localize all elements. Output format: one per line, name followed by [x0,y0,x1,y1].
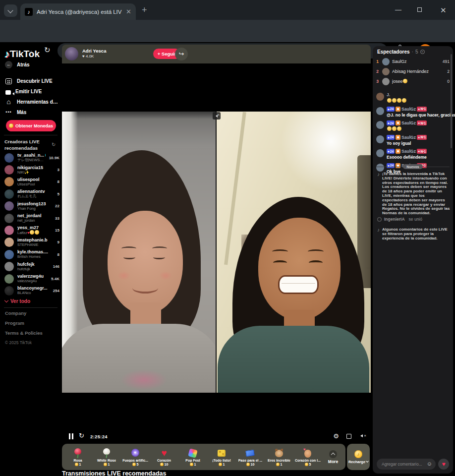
creator-list-item[interactable]: ulisespoolUlisesPool8 [0,176,62,188]
gift-item-white-rose[interactable]: White Rose1 [92,444,121,470]
emoji [30,230,34,235]
creator-subtitle: net_jordan [17,218,52,223]
reload-button[interactable]: ↻ [44,46,51,55]
creator-name: net_jordanl [17,213,52,218]
chat-username: SaulGz [401,120,416,125]
refresh-recommended-icon[interactable]: ↻ [52,142,56,147]
fingerheart-gift-icon [303,448,313,458]
gift-item-coraz-n[interactable]: Corazón10 [150,444,178,470]
leaderboard-rank: 1 [375,59,380,64]
creator-list-item[interactable]: yess_m27Laffzz♥15 [0,224,62,236]
creator-name-text: net_jordanl [17,213,42,218]
gift-item-pop-fest[interactable]: Pop Fest1 [178,444,207,470]
creator-info: blancoynegr...BLANco [17,286,50,296]
sidebar-item-emitir-live[interactable]: Emitir LIVE [0,86,62,97]
sidebar-item-m-s[interactable]: Más [0,107,62,118]
creator-list-item[interactable]: net_jordanlnet_jordan33 [0,212,62,224]
chat-avatar [376,107,384,115]
creator-viewer-count: 3 [57,168,59,172]
gift-item-rosa[interactable]: Rosa1 [63,444,92,470]
more-gifts-button[interactable]: More [322,444,344,470]
tab-close-icon[interactable]: ✕ [126,8,131,15]
leaderboard-row[interactable]: 3josee0 [375,76,451,86]
creator-list-item[interactable]: nikigarcia15NIKI✨3 [0,164,62,176]
creator-list-item[interactable]: kyle.thomas....British Homes8 [0,248,62,260]
creator-avatar [4,165,14,175]
creator-viewer-count: 9 [57,240,59,244]
pause-button[interactable] [69,433,74,439]
emoji [392,98,397,103]
chat-message: 24SaulGzNº1 [376,120,452,132]
gift-item-pase-para-el[interactable]: Pase para el ...10 [236,444,265,470]
gift-item-eres-incre-ble[interactable]: Eres increíble1 [265,444,293,470]
rose-gift-icon [73,448,83,458]
creator-name-text: hufcfejk [17,262,35,267]
viewer-score: 2 [447,69,451,74]
creator-avatar [4,226,14,235]
creator-list-item[interactable]: aliennationtvれムエモ几5 [0,188,62,200]
browser-toolbar: ← → ↻ tiktok.com/@adriyesca/live ☆ j ⋮ [0,20,455,42]
new-tab-button[interactable]: + [142,5,147,15]
coin-icon [9,123,13,128]
creator-info: hufcfejkhufcfujk [17,262,50,272]
creator-viewer-count: 254 [53,289,59,293]
footer-link-company[interactable]: Company [5,310,59,316]
creator-list-item[interactable]: hufcfejkhufcfujk146 [0,261,62,273]
comment-compose-row [377,459,449,470]
sidebar-item-herramientas-de-cr[interactable]: Herramientas de cr... [0,97,62,107]
incredible-gift-icon [274,448,284,458]
window-minimize-button[interactable]: — [395,6,401,13]
browser-tab[interactable]: Adri Yesca (@adriyesca) está LIV ✕ [20,3,136,20]
creator-list-item[interactable]: jesusfong123Yhan Fong22 [0,200,62,212]
recharge-button[interactable]: Recharge [347,444,370,470]
chat-text [387,98,406,104]
get-coins-button[interactable]: Obtener Monedas [6,120,56,131]
viewer-avatar [382,58,390,65]
refresh-stream-button[interactable]: ↻ [79,432,84,439]
creator-list-item[interactable]: valerzzwg4uvalezzwg4u5.4K [0,273,62,285]
gift-item-coraz-n-con-l[interactable]: Corazón con l...5 [293,444,322,470]
gift-item-todo-listo[interactable]: ¡Todo listo!1 [207,444,236,470]
window-maximize-button[interactable] [417,7,422,12]
settings-gear-icon[interactable]: ⚙ [333,432,339,440]
share-button[interactable] [175,48,188,60]
tiktok-logo[interactable]: ♪TikTok [4,48,40,60]
creator-avatar [4,286,14,296]
creator-list-item[interactable]: blancoynegr...BLANco254 [0,285,62,297]
footer-link-program[interactable]: Program [5,320,59,326]
creator-name-text: nikigarcia15 [17,165,43,170]
live-video[interactable] [62,112,371,393]
leaderboard-row[interactable]: 2Abisag Hernández2 [375,66,451,76]
emoji-picker-icon[interactable] [427,461,432,467]
volume-muted-icon[interactable] [359,433,367,439]
like-heart-button[interactable] [438,459,449,470]
creator-list-item[interactable]: imstephanie.bSTEPHANIE9 [0,237,62,248]
user-icon [377,217,382,222]
creator-name-text: yess_m27 [17,225,39,230]
creator-name-text: aliennationtv [17,189,45,194]
info-icon[interactable] [420,50,425,54]
sidebar-item-atr-s[interactable]: Atrás [0,60,62,70]
footer-link-terms-policies[interactable]: Terms & Policies [5,330,59,336]
chat-message-header: J. [387,92,406,98]
creator-subtitle: British Homes [17,254,54,259]
chat-message: 24SaulGzNº1@J. no le digas que hacer, gr… [376,106,452,118]
panel-scrollbar[interactable] [451,54,452,148]
creator-info: yess_m27Laffzz♥ [17,225,52,236]
creator-name-text: valerzzwg4u [17,274,44,279]
see-all-link[interactable]: Ver todo [5,298,30,304]
tab-search-button[interactable] [4,4,17,17]
window-close-button[interactable]: ✕ [440,6,447,15]
chat-message-header: 24SaulGzNº1 [387,106,452,112]
level-badge: 24 [387,120,395,125]
sidebar-item-descubrir-live[interactable]: Descubrir LIVE [0,76,62,86]
chat-text [387,126,427,132]
chat-message: 24SaulGzNº1Esoooo defiéndeme [376,148,452,160]
leaderboard-row[interactable]: 1SaulGz491 [375,57,451,66]
coin-icon [276,463,280,466]
host-avatar[interactable] [65,47,78,60]
creator-list-item[interactable]: tv_asahi_n...テレ朝NEWS【公式...10.9K [0,152,62,164]
gift-item-fuegos-artific[interactable]: Fuegos artific...5 [121,444,150,470]
fullscreen-icon[interactable] [346,434,351,439]
gift-cost: 5 [132,463,139,466]
